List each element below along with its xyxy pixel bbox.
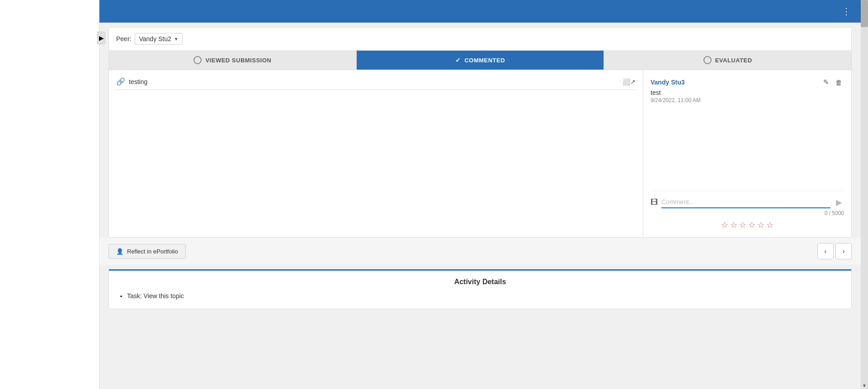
next-button[interactable]: ›	[835, 243, 852, 259]
reflect-icon: 👤	[116, 248, 123, 255]
submission-link-row: 🔗 testing ⬜↗	[116, 77, 636, 86]
prev-button[interactable]: ‹	[817, 243, 834, 259]
content-area: Peer: Vandy Stu2 ▼ VIEWED SUBMISSION ✓ C…	[99, 23, 861, 389]
chevron-right-icon: ▶	[99, 34, 104, 42]
comment-timestamp: 9/24/2022, 11:00 AM	[651, 97, 844, 103]
viewed-circle	[193, 56, 202, 64]
right-scrollbar: ▲ ▼	[861, 0, 868, 389]
submission-divider	[116, 89, 636, 90]
comments-col: Vandy Stu3 ✎ 🗑 test 9/24/2022, 11:00 AM	[643, 70, 851, 237]
activity-title: Activity Details	[116, 278, 844, 286]
main-content: ⋮ Peer: Vandy Stu2 ▼ VIEWED SU	[99, 0, 861, 389]
chevron-down-icon: ▼	[174, 37, 179, 42]
left-sidebar: ▶	[0, 0, 99, 389]
comment-input[interactable]	[661, 197, 830, 208]
tab-evaluated-label: EVALUATED	[715, 57, 752, 64]
submission-col: 🔗 testing ⬜↗	[109, 70, 643, 237]
sidebar-toggle[interactable]: ▶	[97, 32, 105, 44]
tab-viewed-submission[interactable]: VIEWED SUBMISSION	[109, 51, 357, 70]
comment-entry: Vandy Stu3 ✎ 🗑 test 9/24/2022, 11:00 AM	[651, 77, 844, 103]
activity-list: Task: View this topic	[116, 292, 844, 300]
star-1[interactable]: ☆	[721, 220, 728, 230]
peer-row: Peer: Vandy Stu2 ▼	[109, 28, 851, 51]
scrollbar-thumb[interactable]	[861, 0, 868, 27]
check-icon: ✓	[455, 56, 461, 64]
scroll-down-arrow[interactable]: ▼	[861, 382, 868, 389]
steps-tabs: VIEWED SUBMISSION ✓ COMMENTED EVALUATED	[109, 51, 851, 70]
link-icon: 🔗	[116, 77, 125, 86]
top-bar: ⋮	[99, 0, 861, 23]
comment-header: Vandy Stu3 ✎ 🗑	[651, 77, 844, 87]
activity-section: Activity Details Task: View this topic	[108, 269, 852, 309]
evaluated-circle	[703, 56, 712, 64]
send-icon: ▶	[836, 198, 842, 207]
star-2[interactable]: ☆	[730, 220, 737, 230]
video-icon: 🎞	[651, 198, 658, 206]
star-3[interactable]: ☆	[739, 220, 746, 230]
activity-item: Task: View this topic	[127, 292, 844, 300]
tab-commented-label: COMMENTED	[464, 57, 505, 64]
star-6[interactable]: ☆	[766, 220, 774, 230]
comment-input-area: 🎞 ▶ 0 / 5000 ☆ ☆ ☆ ☆	[651, 191, 844, 230]
comment-actions: ✎ 🗑	[821, 77, 844, 87]
top-bar-menu-icon[interactable]: ⋮	[842, 6, 852, 17]
delete-comment-button[interactable]: 🗑	[834, 77, 844, 87]
star-4[interactable]: ☆	[748, 220, 755, 230]
comment-input-row: 🎞 ▶	[651, 197, 844, 208]
bottom-action-row: 👤 Reflect in ePortfolio ‹ ›	[99, 238, 861, 265]
reflect-label: Reflect in ePortfolio	[127, 248, 178, 255]
main-panel: Peer: Vandy Stu2 ▼ VIEWED SUBMISSION ✓ C…	[108, 27, 852, 238]
edit-comment-button[interactable]: ✎	[821, 77, 831, 87]
tab-viewed-label: VIEWED SUBMISSION	[205, 57, 271, 64]
comment-author: Vandy Stu3	[651, 79, 684, 86]
char-count: 0 / 5000	[651, 210, 844, 216]
tab-commented[interactable]: ✓ COMMENTED	[357, 51, 604, 70]
comment-text: test	[651, 89, 844, 96]
peer-dropdown[interactable]: Vandy Stu2 ▼	[135, 33, 182, 45]
reflect-button[interactable]: 👤 Reflect in ePortfolio	[108, 244, 186, 259]
star-5[interactable]: ☆	[757, 220, 764, 230]
two-col-layout: 🔗 testing ⬜↗ Vandy Stu3	[109, 70, 851, 237]
submission-link-text: testing	[129, 78, 147, 85]
tab-evaluated[interactable]: EVALUATED	[604, 51, 851, 70]
peer-label: Peer:	[116, 35, 131, 42]
nav-buttons: ‹ ›	[817, 243, 852, 259]
external-link-icon[interactable]: ⬜↗	[623, 78, 636, 85]
stars-row: ☆ ☆ ☆ ☆ ☆ ☆	[651, 220, 844, 230]
send-comment-button[interactable]: ▶	[834, 197, 844, 207]
peer-selected-value: Vandy Stu2	[139, 35, 171, 42]
